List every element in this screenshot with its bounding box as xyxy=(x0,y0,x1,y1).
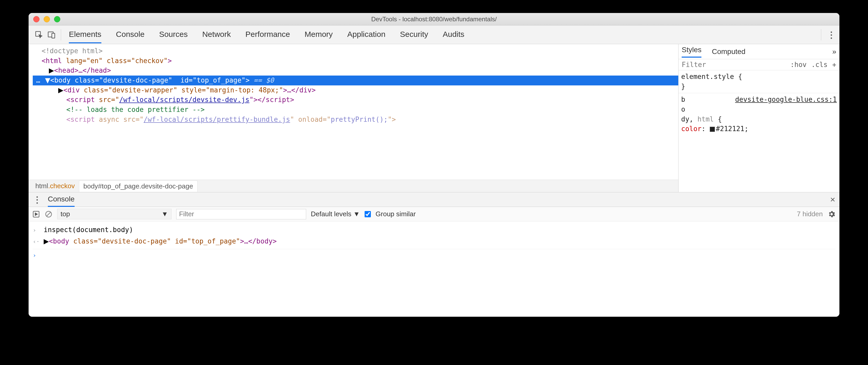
drawer-menu-icon[interactable]: ⋮ xyxy=(33,194,41,205)
toolbar-separator xyxy=(821,29,821,40)
dom-div-wrapper[interactable]: ▶<div class="devsite-wrapper" style="mar… xyxy=(56,86,678,95)
run-icon[interactable] xyxy=(32,210,40,218)
input-chevron-icon: › xyxy=(33,224,39,235)
group-similar-checkbox[interactable] xyxy=(365,209,371,219)
close-window-button[interactable] xyxy=(33,16,39,22)
dom-html-open[interactable]: <html lang="en" class="checkov"> xyxy=(39,56,678,66)
styles-rules[interactable]: element.style { } b o dy, html { devsite… xyxy=(679,70,839,137)
console-output[interactable]: › inspect(document.body) ‹· ▶<body class… xyxy=(29,222,839,317)
dom-tree[interactable]: <!doctype html> <html lang="en" class="c… xyxy=(29,44,678,180)
rule-source-link[interactable]: devsite-google-blue.css:1 xyxy=(735,95,837,124)
tab-sources[interactable]: Sources xyxy=(159,26,188,43)
dom-head[interactable]: ▶<head>…</head> xyxy=(46,66,678,75)
close-drawer-icon[interactable]: × xyxy=(830,194,835,205)
console-output-line[interactable]: ‹· ▶<body class="devsite-doc-page" id="t… xyxy=(33,235,835,249)
hov-button[interactable]: :hov xyxy=(790,61,807,69)
tab-computed[interactable]: Computed xyxy=(712,47,745,56)
zoom-window-button[interactable] xyxy=(54,16,60,22)
console-toolbar: top▼ Default levels ▼ Group similar 7 hi… xyxy=(29,207,839,222)
main-toolbar: Elements Console Sources Network Perform… xyxy=(29,26,839,44)
tab-security[interactable]: Security xyxy=(400,26,428,43)
main-area: <!doctype html> <html lang="en" class="c… xyxy=(29,44,839,192)
titlebar: DevTools - localhost:8080/web/fundamenta… xyxy=(29,13,839,26)
output-chevron-icon: ‹· xyxy=(33,235,39,246)
tab-console[interactable]: Console xyxy=(116,26,145,43)
color-swatch-icon[interactable] xyxy=(710,127,715,132)
inspect-element-icon[interactable] xyxy=(33,29,45,41)
elements-panel: <!doctype html> <html lang="en" class="c… xyxy=(29,44,678,192)
console-filter-input[interactable] xyxy=(176,209,306,219)
minimize-window-button[interactable] xyxy=(44,16,50,22)
css-property-color[interactable]: color: #212121; xyxy=(681,124,837,134)
expand-icon[interactable]: ▶ xyxy=(58,86,63,95)
tab-application[interactable]: Application xyxy=(347,26,385,43)
console-settings-icon[interactable] xyxy=(828,210,836,218)
window-title: DevTools - localhost:8080/web/fundamenta… xyxy=(29,15,839,23)
tab-network[interactable]: Network xyxy=(202,26,231,43)
tab-memory[interactable]: Memory xyxy=(305,26,333,43)
sidebar-tabs: Styles Computed » xyxy=(679,44,839,59)
rule-element-style[interactable]: element.style { xyxy=(681,72,837,82)
hidden-count[interactable]: 7 hidden xyxy=(797,210,823,218)
prompt-chevron-icon: › xyxy=(33,249,39,260)
panel-tabs: Elements Console Sources Network Perform… xyxy=(69,26,464,43)
drawer-header: ⋮ Console × xyxy=(29,192,839,207)
crumb-body[interactable]: body#top_of_page.devsite-doc-page xyxy=(79,180,197,192)
dom-comment[interactable]: <!-- loads the code prettifier --> xyxy=(56,105,678,115)
selected-ref: == $0 xyxy=(249,76,274,84)
console-input-line[interactable]: › inspect(document.body) xyxy=(33,224,835,235)
tab-audits[interactable]: Audits xyxy=(442,26,464,43)
styles-toolbar: :hov .cls + xyxy=(679,59,839,70)
more-options-icon[interactable]: ⋮ xyxy=(827,30,835,40)
styles-filter-input[interactable] xyxy=(682,61,728,69)
console-drawer: ⋮ Console × top▼ Default levels ▼ Group … xyxy=(29,192,839,317)
crumb-html[interactable]: html.checkov xyxy=(31,180,79,192)
clear-console-icon[interactable] xyxy=(45,210,53,218)
chevron-down-icon: ▼ xyxy=(161,210,168,218)
styles-sidebar: Styles Computed » :hov .cls + element.st… xyxy=(678,44,839,192)
expand-icon[interactable]: ▶ xyxy=(49,66,54,75)
tab-performance[interactable]: Performance xyxy=(245,26,290,43)
console-prompt[interactable]: › xyxy=(33,249,835,260)
rule-selector[interactable]: b o dy, html { xyxy=(681,95,722,124)
dom-script-prettify[interactable]: <script async src="/wf-local/scripts/pre… xyxy=(56,115,678,125)
tab-elements[interactable]: Elements xyxy=(69,26,101,43)
cls-button[interactable]: .cls xyxy=(811,61,828,69)
dom-body-selected[interactable]: … ▼<body class="devsite-doc-page" id="to… xyxy=(33,75,678,86)
window-controls xyxy=(33,16,60,22)
context-selector[interactable]: top▼ xyxy=(57,209,172,219)
ellipsis-icon[interactable]: … xyxy=(35,76,41,84)
new-rule-button[interactable]: + xyxy=(832,61,836,69)
dom-doctype[interactable]: <!doctype html> xyxy=(41,47,103,55)
devtools-window: DevTools - localhost:8080/web/fundamenta… xyxy=(29,13,839,317)
toolbar-separator xyxy=(61,29,61,40)
tab-styles[interactable]: Styles xyxy=(682,46,702,58)
svg-rect-2 xyxy=(52,33,55,38)
collapse-icon[interactable]: ▼ xyxy=(45,75,50,86)
breadcrumb: html.checkov body#top_of_page.devsite-do… xyxy=(29,180,678,192)
dom-script-devsite[interactable]: <script src="/wf-local/scripts/devsite-d… xyxy=(56,95,678,105)
more-tabs-icon[interactable]: » xyxy=(832,47,836,56)
log-levels-dropdown[interactable]: Default levels ▼ xyxy=(311,210,360,218)
drawer-tab-console[interactable]: Console xyxy=(48,192,74,207)
group-similar-label: Group similar xyxy=(375,210,416,218)
device-toolbar-icon[interactable] xyxy=(45,29,58,41)
expand-icon[interactable]: ▶ xyxy=(44,235,49,247)
